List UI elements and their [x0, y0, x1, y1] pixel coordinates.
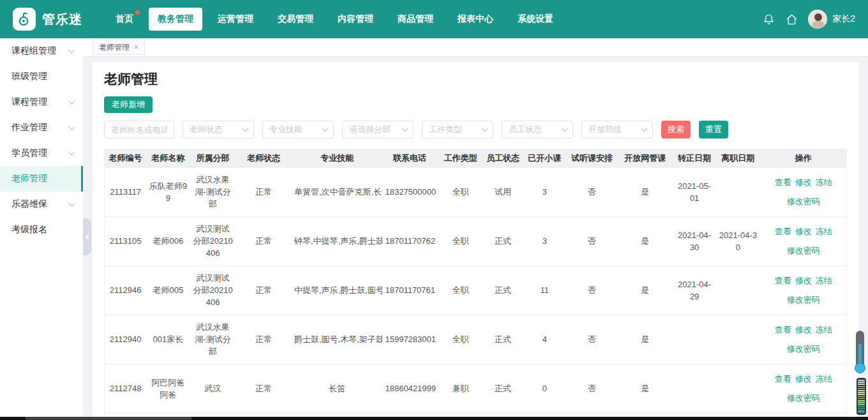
table-row: 2113105老师006武汉测试分部20210406正常钟琴,中提琴,声乐,爵士…: [105, 216, 846, 266]
action-view[interactable]: 查看: [775, 374, 791, 384]
teacher-search-input[interactable]: [104, 121, 174, 139]
action-change-password[interactable]: 修改密码: [787, 344, 820, 354]
sidebar-item-8[interactable]: 考级报名: [0, 217, 83, 243]
filter-select-5[interactable]: 员工状态: [502, 121, 573, 139]
chevron-down-icon: [322, 126, 329, 132]
sidebar-collapse-handle[interactable]: [83, 218, 91, 255]
bottom-screen-edge: [0, 417, 868, 420]
nav-item-label: 报表中心: [458, 13, 493, 24]
nav-item-4[interactable]: 交易管理: [269, 8, 322, 31]
nav-item-label: 系统设置: [518, 13, 553, 24]
nav-item-3[interactable]: 运营管理: [209, 8, 262, 31]
cell-name: 乐队老师99: [146, 167, 190, 216]
cell-resign-date: [715, 266, 760, 315]
app-root: 管乐迷 首页教务管理运营管理交易管理内容管理商品管理报表中心系统设置 家长2 课…: [0, 0, 868, 420]
chevron-down-icon: [69, 200, 75, 207]
close-icon[interactable]: ×: [134, 43, 138, 51]
bell-icon[interactable]: [762, 13, 775, 26]
table-body: 2113117乐队老师99武汉水果湖-测试分部正常单簧管,次中音萨克斯,长183…: [105, 167, 846, 420]
cell-small-classes: 3: [522, 167, 567, 216]
filter-select-1[interactable]: 老师状态: [183, 121, 254, 139]
cell-status: 正常: [236, 315, 292, 364]
action-freeze[interactable]: 冻结: [816, 177, 832, 187]
action-edit[interactable]: 修改: [795, 276, 812, 285]
action-view[interactable]: 查看: [775, 276, 791, 285]
filter-select-6[interactable]: 开放陪练: [581, 121, 653, 139]
search-button[interactable]: 搜索: [661, 121, 691, 139]
nav-item-2[interactable]: 教务管理: [149, 8, 202, 31]
cell-teacher-id: 2113117: [105, 167, 146, 216]
overlay-slider-widget[interactable]: [856, 331, 864, 370]
sidebar-item-4[interactable]: 作业管理: [0, 115, 83, 140]
action-line-1: 查看修改冻结: [763, 226, 844, 237]
slider-knob[interactable]: [855, 363, 865, 373]
cell-teacher-id: 2112940: [105, 315, 146, 364]
sidebar-item-3[interactable]: 课程管理: [0, 89, 83, 115]
chevron-down-icon: [562, 126, 568, 132]
action-change-password[interactable]: 修改密码: [787, 393, 820, 403]
column-header: 开放网管课: [617, 149, 673, 167]
action-edit[interactable]: 修改: [795, 177, 812, 187]
select-placeholder: 专业技能: [269, 124, 303, 135]
action-edit[interactable]: 修改: [795, 325, 812, 334]
action-change-password[interactable]: 修改密码: [787, 197, 820, 206]
select-placeholder: 老师状态: [190, 124, 223, 135]
cell-teacher-id: 2113105: [105, 216, 146, 266]
overlay-meter-widget[interactable]: [857, 378, 866, 415]
action-freeze[interactable]: 冻结: [816, 325, 832, 334]
cell-open-online: 是: [617, 364, 673, 413]
filter-select-4[interactable]: 工作类型: [422, 121, 493, 139]
chevron-down-icon: [402, 126, 408, 132]
nav-item-5[interactable]: 内容管理: [329, 8, 382, 31]
chevron-down-icon: [69, 149, 75, 156]
action-view[interactable]: 查看: [775, 177, 791, 187]
chevron-down-icon: [641, 126, 648, 132]
sidebar-item-2[interactable]: 班级管理: [0, 64, 83, 89]
action-view[interactable]: 查看: [775, 227, 791, 236]
user-menu[interactable]: 家长2: [808, 10, 855, 29]
action-edit[interactable]: 修改: [795, 374, 812, 384]
filter-select-2[interactable]: 专业技能: [262, 121, 334, 139]
cell-open-online: 是: [617, 315, 673, 364]
filter-select-3[interactable]: 请选择分部: [342, 121, 414, 139]
nav-item-8[interactable]: 系统设置: [509, 8, 562, 31]
nav-item-6[interactable]: 商品管理: [389, 8, 442, 31]
cell-trial-arranged: 否: [567, 266, 617, 315]
chevron-down-icon: [243, 126, 249, 132]
tab-teacher-management[interactable]: 老师管理 ×: [93, 40, 145, 55]
filter-selects: 老师状态专业技能请选择分部工作类型员工状态开放陪练: [183, 121, 653, 139]
action-view[interactable]: 查看: [775, 325, 791, 334]
column-header: 专业技能: [292, 149, 382, 167]
cell-actions: 查看修改冻结修改密码: [760, 216, 846, 266]
sidebar-item-label: 作业管理: [11, 122, 47, 133]
action-freeze[interactable]: 冻结: [816, 374, 832, 384]
action-change-password[interactable]: 修改密码: [787, 295, 820, 304]
sidebar-item-5[interactable]: 学员管理: [0, 140, 83, 166]
meter-stripes: [858, 380, 865, 413]
cell-resign-date: [715, 315, 760, 364]
sidebar-item-1[interactable]: 课程组管理: [0, 38, 83, 64]
chevron-down-icon: [482, 126, 488, 132]
nav-item-label: 交易管理: [278, 13, 313, 24]
cell-status: 正常: [236, 364, 292, 413]
action-freeze[interactable]: 冻结: [816, 227, 832, 236]
add-teacher-button[interactable]: 老师新增: [104, 96, 153, 113]
action-freeze[interactable]: 冻结: [816, 276, 832, 285]
cell-resign-date: [715, 364, 760, 413]
topbar: 管乐迷 首页教务管理运营管理交易管理内容管理商品管理报表中心系统设置 家长2: [0, 0, 868, 38]
column-header: 试听课安排: [567, 149, 617, 167]
brand-logo[interactable]: 管乐迷: [13, 8, 82, 31]
nav-item-1[interactable]: 首页: [107, 8, 142, 31]
sidebar-item-7[interactable]: 乐器维保: [0, 191, 83, 217]
cell-skills: 中提琴,声乐,爵士鼓,圆号: [292, 266, 382, 315]
nav-item-7[interactable]: 报表中心: [449, 8, 502, 31]
cell-open-online: 是: [617, 216, 673, 266]
action-edit[interactable]: 修改: [795, 227, 812, 236]
reset-button[interactable]: 重置: [699, 121, 728, 139]
home-icon[interactable]: [785, 13, 798, 26]
cell-name: 001家长: [146, 315, 190, 364]
action-line-2: 修改密码: [763, 245, 844, 256]
action-change-password[interactable]: 修改密码: [787, 246, 820, 255]
cell-trial-arranged: 否: [567, 216, 617, 266]
sidebar-item-6[interactable]: 老师管理: [0, 166, 83, 191]
